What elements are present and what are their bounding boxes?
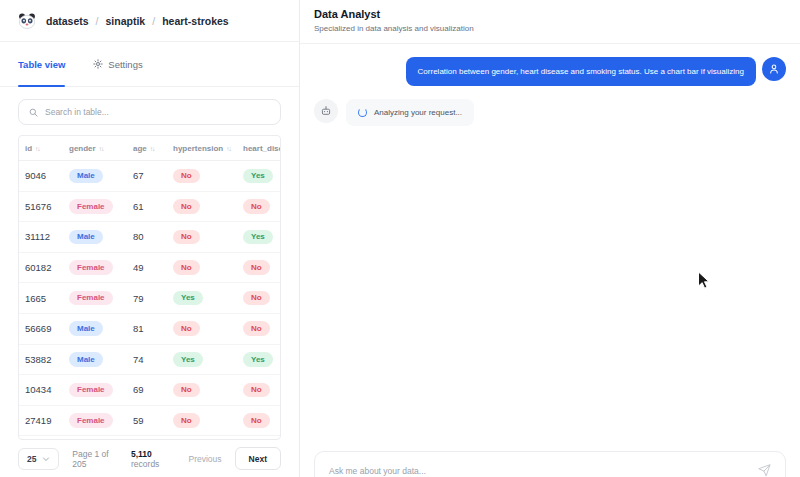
- cell-age: 61: [127, 191, 167, 222]
- tab-table-view-label: Table view: [18, 59, 65, 70]
- breadcrumb-item-heart-strokes[interactable]: heart-strokes: [162, 15, 229, 27]
- hypertension-pill: No: [173, 260, 200, 275]
- heart-disease-pill: No: [243, 260, 270, 275]
- next-button[interactable]: Next: [235, 447, 281, 470]
- page-size-select[interactable]: 25: [18, 448, 59, 470]
- previous-button[interactable]: Previous: [189, 454, 222, 464]
- table-row: 27419 Female 59 No No: [19, 405, 281, 436]
- user-avatar: [762, 57, 786, 81]
- status-text: Analyzing your request...: [374, 108, 462, 117]
- heart-disease-pill: No: [243, 383, 270, 398]
- bot-message-row: Analyzing your request...: [314, 99, 786, 126]
- person-icon: [768, 63, 780, 75]
- cell-age: 67: [127, 161, 167, 192]
- table-body: 9046 Male 67 No Yes 51676 Female 61 No N…: [19, 161, 281, 441]
- heart-disease-pill: Yes: [243, 352, 273, 367]
- hypertension-pill: No: [173, 230, 200, 245]
- tab-bar: Table view Settings: [0, 42, 299, 87]
- pagination-bar: 25 Page 1 of 205 5,110 records Previous …: [0, 440, 299, 477]
- user-message-row: Correlation between gender, heart diseas…: [314, 57, 786, 86]
- table-row: 51676 Female 61 No No: [19, 191, 281, 222]
- gender-pill: Female: [69, 199, 113, 214]
- gender-pill: Female: [69, 413, 113, 428]
- dataset-header: datasets / sinaptik / heart-strokes: [0, 0, 299, 42]
- hypertension-pill: No: [173, 169, 200, 184]
- column-header-id[interactable]: id↑↓: [19, 136, 63, 161]
- chat-panel: Data Analyst Specialized in data analysi…: [300, 0, 800, 477]
- cell-id: 10434: [19, 375, 63, 406]
- cell-id: 9046: [19, 161, 63, 192]
- cell-id: 56669: [19, 313, 63, 344]
- page-info: Page 1 of 205: [72, 449, 118, 469]
- gender-pill: Female: [69, 383, 113, 398]
- user-message-bubble: Correlation between gender, heart diseas…: [406, 57, 756, 86]
- cell-age: 81: [127, 313, 167, 344]
- cell-age: 79: [127, 283, 167, 314]
- loading-spinner-icon: [358, 108, 367, 117]
- search-area: Search in table...: [0, 87, 299, 135]
- column-header-gender[interactable]: gender↑↓: [63, 136, 127, 161]
- breadcrumb-separator: /: [152, 15, 155, 27]
- table-row: 31112 Male 80 No Yes: [19, 222, 281, 253]
- sort-icon[interactable]: ↑↓: [35, 145, 40, 152]
- agent-subtitle: Specialized in data analysis and visuali…: [314, 24, 786, 33]
- heart-disease-pill: Yes: [243, 230, 273, 245]
- table-search-input[interactable]: Search in table...: [18, 99, 281, 125]
- page-size-value: 25: [27, 454, 36, 464]
- gender-pill: Male: [69, 169, 103, 184]
- heart-disease-pill: No: [243, 413, 270, 428]
- gender-pill: Female: [69, 260, 113, 275]
- breadcrumb-separator: /: [96, 15, 99, 27]
- panda-logo-icon: [18, 13, 36, 29]
- gender-pill: Female: [69, 291, 113, 306]
- chat-input[interactable]: Ask me about your data...: [314, 451, 786, 477]
- cell-id: 51676: [19, 191, 63, 222]
- cell-age: 69: [127, 375, 167, 406]
- column-header-hypertension[interactable]: hypertension↑↓: [167, 136, 237, 161]
- hypertension-pill: No: [173, 413, 200, 428]
- breadcrumb-item-sinaptik[interactable]: sinaptik: [106, 15, 146, 27]
- column-header-age[interactable]: age↑↓: [127, 136, 167, 161]
- table-row: 56669 Male 81 No No: [19, 313, 281, 344]
- cell-id: 27419: [19, 405, 63, 436]
- cell-age: 59: [127, 405, 167, 436]
- sort-icon[interactable]: ↑↓: [99, 145, 104, 152]
- heart-disease-pill: No: [243, 199, 270, 214]
- cell-age: 49: [127, 252, 167, 283]
- heart-disease-pill: No: [243, 291, 270, 306]
- breadcrumb-item-datasets[interactable]: datasets: [46, 15, 89, 27]
- table-row: 60182 Female 49 No No: [19, 252, 281, 283]
- cell-id: 1665: [19, 283, 63, 314]
- hypertension-pill: No: [173, 321, 200, 336]
- search-placeholder: Search in table...: [45, 107, 109, 117]
- table-header-row: id↑↓ gender↑↓ age↑↓ hypertension↑↓ heart…: [19, 136, 281, 161]
- data-table: id↑↓ gender↑↓ age↑↓ hypertension↑↓ heart…: [18, 135, 281, 440]
- column-header-heart-disease[interactable]: heart_disease: [237, 136, 281, 161]
- robot-icon: [320, 105, 332, 117]
- hypertension-pill: No: [173, 199, 200, 214]
- chat-input-placeholder: Ask me about your data...: [329, 466, 426, 476]
- tab-settings[interactable]: Settings: [93, 42, 142, 86]
- hypertension-pill: No: [173, 383, 200, 398]
- tab-table-view[interactable]: Table view: [18, 42, 65, 86]
- sort-icon[interactable]: ↑↓: [150, 145, 155, 152]
- table-row: 53882 Male 74 Yes Yes: [19, 344, 281, 375]
- chat-header: Data Analyst Specialized in data analysi…: [300, 0, 800, 44]
- bot-avatar: [314, 99, 338, 123]
- sort-icon[interactable]: ↑↓: [226, 145, 231, 152]
- chevron-down-icon: [42, 455, 50, 463]
- status-bubble: Analyzing your request...: [346, 99, 474, 126]
- gender-pill: Male: [69, 321, 103, 336]
- cell-id: 60182: [19, 252, 63, 283]
- table-row: 9046 Male 67 No Yes: [19, 161, 281, 192]
- gender-pill: Male: [69, 352, 103, 367]
- cell-id: 53882: [19, 344, 63, 375]
- send-icon[interactable]: [758, 464, 771, 477]
- agent-title: Data Analyst: [314, 8, 786, 20]
- cell-age: 80: [127, 222, 167, 253]
- cell-id: 31112: [19, 222, 63, 253]
- chat-messages: Correlation between gender, heart diseas…: [300, 44, 800, 477]
- gender-pill: Male: [69, 230, 103, 245]
- dataset-panel: datasets / sinaptik / heart-strokes Tabl…: [0, 0, 300, 477]
- heart-disease-pill: Yes: [243, 169, 273, 184]
